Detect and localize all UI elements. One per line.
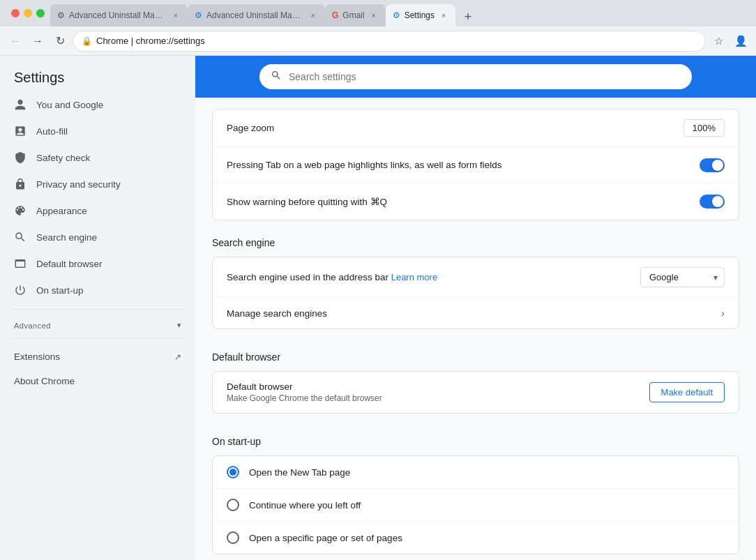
tab-close-4[interactable]: × [439,10,448,20]
address-bar[interactable]: 🔒 Chrome | chrome://settings [73,31,706,52]
startup-label-3: Open a specific page or set of pages [249,533,402,543]
sidebar-item-you-google[interactable]: You and Google [0,91,184,118]
learn-more-link[interactable]: Learn more [391,272,437,282]
default-browser-desc: Make Google Chrome the default browser [227,393,649,403]
profile-button[interactable]: 👤 [731,31,750,51]
tab-favicon-2: ⚙ [195,10,202,20]
startup-option-1[interactable]: Open the New Tab page [213,456,739,489]
page-zoom-value[interactable]: 100% [683,119,725,137]
shield-icon [14,151,27,164]
reload-button[interactable]: ↻ [50,31,70,51]
sidebar-item-default-browser[interactable]: Default browser [0,250,184,277]
tab-close-3[interactable]: × [369,10,379,20]
tab-favicon-1: ⚙ [57,10,65,20]
manage-search-chevron-icon: › [721,308,725,319]
tab-close-1[interactable]: × [171,10,181,20]
make-default-button[interactable]: Make default [649,382,725,402]
tab-highlight-row: Pressing Tab on a web page highlights li… [213,147,739,183]
startup-option-2[interactable]: Continue where you left off [213,489,739,522]
new-tab-button[interactable]: + [458,7,478,27]
search-engine-section-title: Search engine [212,232,739,257]
sidebar-divider-2 [11,338,184,339]
search-engine-section: Search engine Search engine used in the … [212,232,739,329]
manage-search-engines-row[interactable]: Manage search engines › [213,298,739,328]
sidebar-label-autofill: Auto-fill [36,126,68,137]
default-browser-section: Default browser Default browser Make Goo… [212,346,739,414]
sidebar-item-appearance[interactable]: Appearance [0,197,184,224]
search-engine-dropdown[interactable]: Google Bing DuckDuckGo Yahoo [640,267,725,287]
forward-button[interactable]: → [28,31,47,51]
tab-label-4: Settings [405,10,434,20]
sidebar-item-about-chrome[interactable]: About Chrome [0,369,195,393]
sidebar-label-safety-check: Safety check [36,153,90,163]
browser-tab-2[interactable]: ⚙ Advanced Uninstall Manager o × [188,4,325,27]
search-bar-container [195,56,756,98]
sidebar-item-safety-check[interactable]: Safety check [0,144,184,171]
startup-radio-1[interactable] [227,466,239,478]
page-zoom-label: Page zoom [227,123,274,133]
sidebar-item-extensions[interactable]: Extensions ↗ [0,345,195,369]
title-bar: ⚙ Advanced Uninstall Manager: × ⚙ Advanc… [0,0,756,27]
sidebar-label-you-google: You and Google [36,100,103,110]
sidebar-item-privacy[interactable]: Privacy and security [0,171,184,197]
browser-tab-1[interactable]: ⚙ Advanced Uninstall Manager: × [50,4,188,27]
power-icon [14,284,27,296]
address-text: Chrome | chrome://settings [96,36,697,46]
default-browser-row: Default browser Make Google Chrome the d… [213,372,739,413]
sidebar-item-search-engine[interactable]: Search engine [0,224,184,250]
secure-icon: 🔒 [82,36,92,46]
tab-favicon-4: ⚙ [393,10,400,20]
advanced-section-label: Advanced [14,321,51,330]
startup-radio-3[interactable] [227,531,239,544]
browser-tab-4[interactable]: ⚙ Settings × [386,4,455,27]
sidebar: Settings You and Google Auto-fill Safety… [0,56,195,560]
manage-search-engines-label: Manage search engines [227,308,327,319]
appearance-card: Page zoom 100% Pressing Tab on a web pag… [212,109,739,220]
tab-label-1: Advanced Uninstall Manager: [69,10,167,20]
search-icon-input [271,70,282,84]
browser-icon [14,257,27,270]
default-browser-card: Default browser Make Google Chrome the d… [212,371,739,414]
sidebar-label-privacy: Privacy and security [36,179,121,190]
browser-frame: ⚙ Advanced Uninstall Manager: × ⚙ Advanc… [0,0,756,560]
back-button[interactable]: ← [6,31,25,51]
startup-option-3[interactable]: Open a specific page or set of pages [213,522,739,554]
person-icon [14,98,27,111]
settings-main: Page zoom 100% Pressing Tab on a web pag… [195,56,756,560]
default-browser-title: Default browser [227,381,649,392]
advanced-chevron-icon: ▾ [177,321,182,330]
bookmark-button[interactable]: ☆ [709,31,728,51]
show-warning-row: Show warning before quitting with ⌘Q [213,183,739,220]
startup-card: Open the New Tab page Continue where you… [212,455,739,554]
show-warning-toggle[interactable] [700,195,725,209]
show-warning-label: Show warning before quitting with ⌘Q [227,196,700,207]
search-engine-row-label: Search engine used in the address bar Le… [227,272,640,282]
external-link-icon: ↗ [174,352,181,362]
close-window-button[interactable] [11,9,20,17]
startup-radio-2[interactable] [227,499,239,511]
tab-close-2[interactable]: × [308,10,318,20]
tab-favicon-3: G [332,10,338,20]
lock-icon [14,178,27,190]
browser-content: Settings You and Google Auto-fill Safety… [0,56,756,560]
tab-highlight-label: Pressing Tab on a web page highlights li… [227,160,700,170]
sidebar-divider-1 [11,309,184,310]
startup-label-2: Continue where you left off [249,500,361,510]
minimize-window-button[interactable] [24,9,32,17]
tab-label-3: Gmail [342,10,364,20]
sidebar-item-on-startup[interactable]: On start-up [0,277,184,303]
autofill-icon [14,125,27,137]
sidebar-label-default-browser: Default browser [36,259,103,269]
browser-tab-3[interactable]: G Gmail × [325,4,386,27]
maximize-window-button[interactable] [36,9,45,17]
search-input[interactable] [289,71,681,82]
traffic-lights [6,0,50,27]
tabs-row: ⚙ Advanced Uninstall Manager: × ⚙ Advanc… [50,0,750,27]
tab-highlight-toggle[interactable] [700,158,725,172]
sidebar-item-autofill[interactable]: Auto-fill [0,118,184,144]
sidebar-advanced-section[interactable]: Advanced ▾ [0,315,195,333]
tab-label-2: Advanced Uninstall Manager o [206,10,304,20]
toolbar: ← → ↻ 🔒 Chrome | chrome://settings ☆ 👤 [0,27,756,56]
default-browser-section-title: Default browser [212,346,739,371]
startup-section: On start-up Open the New Tab page Contin… [212,430,739,554]
